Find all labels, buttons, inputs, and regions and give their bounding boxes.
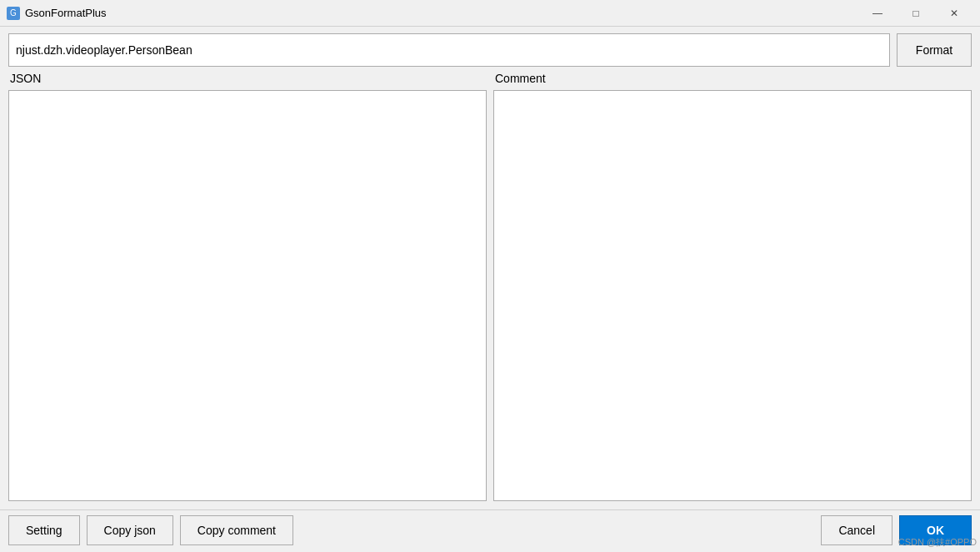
cancel-button[interactable]: Cancel bbox=[821, 515, 892, 545]
copy-json-button[interactable]: Copy json bbox=[87, 515, 173, 545]
top-row: Format bbox=[8, 33, 972, 67]
close-button[interactable]: ✕ bbox=[935, 0, 973, 27]
class-name-input[interactable] bbox=[8, 33, 890, 67]
window-controls: — □ ✕ bbox=[858, 0, 973, 27]
main-content: Format JSON Comment bbox=[0, 27, 980, 509]
bottom-bar-left: Setting Copy json Copy comment bbox=[8, 515, 293, 545]
title-bar: G GsonFormatPlus — □ ✕ bbox=[0, 0, 980, 27]
app-icon: G bbox=[7, 7, 20, 20]
minimize-button[interactable]: — bbox=[858, 0, 897, 27]
bottom-bar-right: Cancel OK bbox=[821, 515, 972, 545]
window-title: GsonFormatPlus bbox=[25, 7, 107, 19]
comment-label: Comment bbox=[493, 72, 972, 85]
maximize-button[interactable]: □ bbox=[897, 0, 935, 27]
bottom-bar: Setting Copy json Copy comment Cancel OK bbox=[0, 509, 980, 552]
json-textarea[interactable] bbox=[8, 90, 487, 501]
labels-row: JSON Comment bbox=[8, 72, 972, 85]
text-areas-row bbox=[8, 90, 972, 501]
ok-button[interactable]: OK bbox=[899, 515, 972, 545]
setting-button[interactable]: Setting bbox=[8, 515, 80, 545]
copy-comment-button[interactable]: Copy comment bbox=[180, 515, 293, 545]
title-bar-left: G GsonFormatPlus bbox=[7, 7, 107, 20]
format-button[interactable]: Format bbox=[897, 33, 972, 67]
comment-textarea[interactable] bbox=[493, 90, 972, 501]
json-label: JSON bbox=[8, 72, 487, 85]
